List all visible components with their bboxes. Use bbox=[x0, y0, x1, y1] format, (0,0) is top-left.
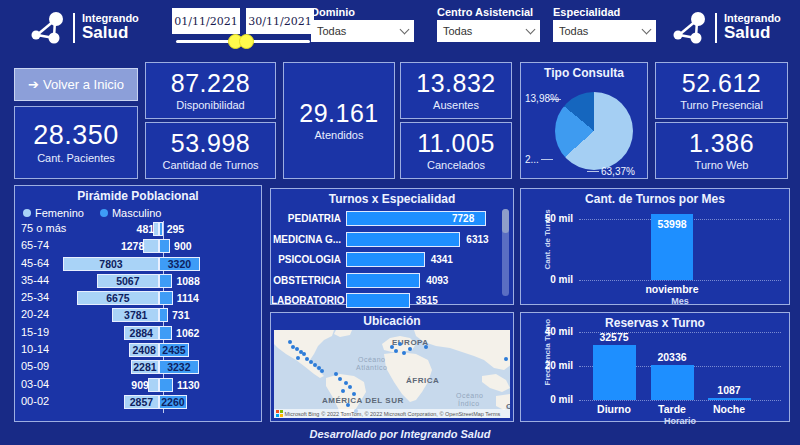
specialty-bar[interactable] bbox=[346, 273, 420, 288]
map-label: Atlántico bbox=[356, 364, 387, 371]
pyramid-value-masculino: 3320 bbox=[159, 258, 200, 272]
pyramid-value-masculino: 295 bbox=[167, 223, 185, 236]
filter-dropdown-especialidad[interactable]: Todas bbox=[553, 20, 656, 42]
pyramid-row-plot: 1278900 bbox=[63, 238, 257, 255]
map-location-dot[interactable] bbox=[398, 342, 402, 346]
map-attribution-text[interactable]: © 2022 TomTom, © 2022 Microsoft Corporat… bbox=[321, 411, 500, 417]
map-location-dot[interactable] bbox=[408, 347, 412, 351]
network-logo-icon bbox=[672, 11, 708, 45]
specialty-bar[interactable] bbox=[346, 232, 460, 247]
map-location-dot[interactable] bbox=[338, 377, 342, 381]
kpi-card-cantidad-turnos: 53.998 Cantidad de Turnos bbox=[145, 122, 276, 179]
pyramid-bar-masculino[interactable] bbox=[159, 222, 163, 236]
kpi-value: 13.832 bbox=[416, 70, 495, 96]
map-location-dot[interactable] bbox=[302, 352, 306, 356]
pyramid-value-femenino: 3781 bbox=[112, 309, 159, 323]
map-location-dot[interactable] bbox=[390, 345, 394, 349]
specialty-label: OBSTETRICIA bbox=[271, 275, 341, 286]
logo-text-line2: Salud bbox=[724, 24, 781, 43]
date-range-slider[interactable] bbox=[176, 40, 310, 43]
kpi-label: Turno Web bbox=[695, 159, 749, 171]
gridline bbox=[579, 400, 781, 401]
pyramid-bar-masculino[interactable] bbox=[159, 274, 172, 288]
filter-dropdown-dominio[interactable]: Todas bbox=[311, 20, 414, 42]
filter-dropdown-centro[interactable]: Todas bbox=[437, 20, 540, 42]
date-to-input[interactable]: 30/11/2021 bbox=[246, 8, 314, 34]
map-location-dot[interactable] bbox=[424, 345, 428, 349]
tipo-consulta-pie-chart[interactable] bbox=[555, 92, 633, 170]
filter-label-especialidad: Especialidad bbox=[553, 6, 620, 18]
filter-value-centro: Todas bbox=[443, 25, 472, 37]
map-label: Océano bbox=[456, 392, 484, 399]
filter-value-dominio: Todas bbox=[317, 25, 346, 37]
map-location-dot[interactable] bbox=[296, 356, 300, 360]
x-axis-tick: Noche bbox=[693, 403, 766, 415]
pyramid-value-femenino: 2884 bbox=[124, 327, 159, 341]
specialty-bar[interactable] bbox=[346, 293, 410, 308]
date-from-input[interactable]: 01/11/2021 bbox=[172, 8, 240, 34]
pyramid-age-label: 25-34 bbox=[21, 291, 49, 303]
pyramid-bar-femenino[interactable] bbox=[148, 378, 159, 392]
legend-item-masculino[interactable]: Masculino bbox=[100, 207, 162, 219]
piramide-poblacional-panel: Pirámide Poblacional Femenino Masculino … bbox=[14, 185, 262, 422]
vertical-scrollbar[interactable] bbox=[502, 209, 509, 296]
pyramid-value-masculino: 1130 bbox=[177, 379, 200, 392]
pyramid-row: 00-0228572260 bbox=[15, 394, 261, 411]
pyramid-age-label: 03-04 bbox=[21, 378, 49, 390]
pyramid-age-label: 45-64 bbox=[21, 257, 49, 269]
pyramid-row-plot: 22813232 bbox=[63, 359, 257, 376]
logo-left: Integrando Salud bbox=[30, 11, 139, 45]
world-map[interactable]: EUROPAOcéanoAtlánticoÁFRICAAMÉRICA DEL S… bbox=[274, 330, 510, 418]
column-bar[interactable] bbox=[651, 365, 694, 400]
pyramid-age-label: 10-14 bbox=[21, 343, 49, 355]
pyramid-bar-masculino[interactable] bbox=[159, 378, 173, 392]
specialty-plot: 7728 bbox=[346, 211, 497, 227]
map-location-dot[interactable] bbox=[352, 392, 356, 396]
column-bar-value: 32575 bbox=[583, 331, 646, 343]
map-location-dot[interactable] bbox=[334, 372, 338, 376]
pyramid-row-plot: 28572260 bbox=[63, 394, 257, 411]
back-to-home-button[interactable]: ➔Volver a Inicio bbox=[14, 68, 138, 101]
pyramid-value-femenino: 909 bbox=[131, 379, 149, 392]
legend-item-femenino[interactable]: Femenino bbox=[23, 207, 84, 219]
reservas-turno-panel: Reservas x Turno Frecuencia Turno40 mil2… bbox=[520, 312, 790, 422]
kpi-card-disponibilidad: 87.228 Disponibilidad bbox=[145, 62, 276, 119]
map-location-dot[interactable] bbox=[288, 340, 292, 344]
map-location-dot[interactable] bbox=[504, 357, 508, 361]
specialty-bar[interactable] bbox=[346, 252, 425, 267]
pyramid-bar-femenino[interactable] bbox=[143, 239, 159, 253]
pyramid-value-femenino: 481 bbox=[137, 223, 155, 236]
map-location-dot[interactable] bbox=[402, 351, 406, 355]
pyramid-bar-masculino[interactable] bbox=[159, 308, 168, 322]
kpi-card-ausentes: 13.832 Ausentes bbox=[400, 62, 512, 119]
pyramid-bar-masculino[interactable] bbox=[159, 291, 173, 305]
specialty-plot: 4341 bbox=[346, 252, 497, 268]
map-label: AMÉRICA DEL SUR bbox=[322, 396, 404, 405]
chevron-down-icon bbox=[526, 24, 536, 34]
map-location-dot[interactable] bbox=[341, 389, 345, 393]
map-location-dot[interactable] bbox=[346, 403, 350, 407]
specialty-chart-title: Turnos x Especialidad bbox=[271, 189, 513, 206]
pyramid-bar-masculino[interactable] bbox=[159, 326, 172, 340]
map-label: Índico bbox=[458, 400, 480, 407]
specialty-value: 6313 bbox=[466, 234, 488, 245]
map-location-dot[interactable] bbox=[320, 369, 324, 373]
pyramid-value-femenino: 1278 bbox=[121, 240, 144, 253]
pyramid-value-masculino: 2260 bbox=[159, 396, 187, 410]
tipo-consulta-panel: Tipo Consulta 13,98% 2... 63,37% bbox=[520, 62, 648, 179]
pyramid-bar-masculino[interactable] bbox=[159, 239, 170, 253]
pie-chart-title: Tipo Consulta bbox=[521, 63, 647, 80]
pyramid-row-plot: 66751114 bbox=[63, 290, 257, 307]
slider-handle-end[interactable] bbox=[239, 34, 254, 49]
pyramid-row: 35-4450671088 bbox=[15, 273, 261, 290]
map-location-dot[interactable] bbox=[348, 385, 352, 389]
column-bar[interactable] bbox=[708, 398, 751, 400]
logo-divider bbox=[73, 13, 75, 43]
scrollbar-thumb[interactable] bbox=[502, 209, 509, 233]
column-bar[interactable] bbox=[593, 345, 636, 400]
logo-right: Integrando Salud bbox=[672, 11, 781, 45]
map-location-dot[interactable] bbox=[394, 349, 398, 353]
kpi-value: 52.612 bbox=[682, 70, 761, 96]
specialty-row: OBSTETRICIA4093 bbox=[271, 273, 513, 289]
map-location-dot[interactable] bbox=[344, 381, 348, 385]
